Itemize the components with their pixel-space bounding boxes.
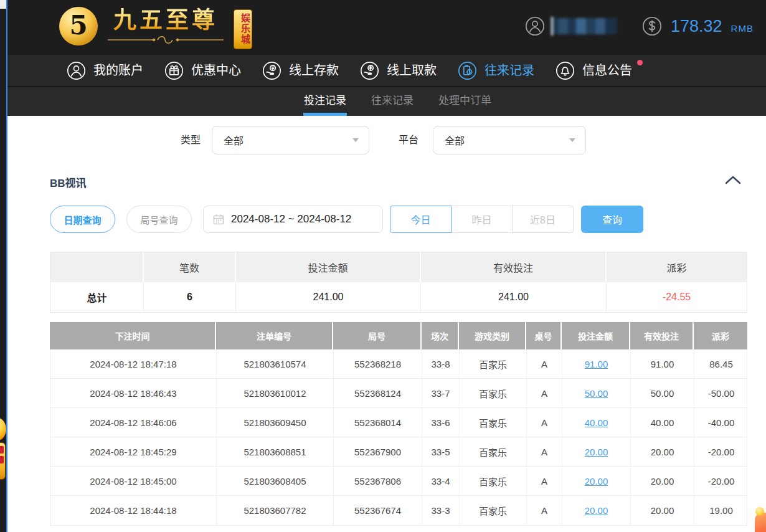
table-cell: 521803607782 xyxy=(217,496,334,525)
quick-range-group: 今日 昨日 近8日 xyxy=(390,206,574,233)
nav-item-label: 线上存款 xyxy=(289,61,339,80)
collapse-section-button[interactable] xyxy=(725,176,741,184)
nav-item-user[interactable]: 我的账户 xyxy=(67,61,143,80)
records-icon xyxy=(458,61,477,80)
tab-item-0[interactable]: 投注记录 xyxy=(303,87,347,116)
table-header-cell: 游戏类别 xyxy=(459,322,526,349)
background-window-strip xyxy=(0,0,6,532)
site-logo[interactable]: 5 九五至尊 娱乐城 xyxy=(59,6,252,49)
balance[interactable]: 178.32 RMB xyxy=(642,16,754,37)
table-cell: -40.00 xyxy=(694,408,748,437)
nav-item-label: 优惠中心 xyxy=(191,61,241,80)
bet-amount-link[interactable]: 50.00 xyxy=(585,388,608,399)
tab-item-2[interactable]: 处理中订单 xyxy=(438,87,492,116)
table-cell: 33-3 xyxy=(422,496,460,525)
table-row: 2024-08-12 18:46:43521803610012552368124… xyxy=(50,379,747,408)
nav-item-label: 往来记录 xyxy=(485,61,534,80)
gift-icon xyxy=(164,61,184,80)
table-cell: 2024-08-12 18:46:06 xyxy=(50,408,217,437)
bet-amount-cell: 20.00 xyxy=(562,467,631,495)
table-cell: A xyxy=(527,408,562,437)
table-header-cell: 局号 xyxy=(333,322,422,349)
table-cell: 552368014 xyxy=(334,408,422,437)
section-title: BB视讯 xyxy=(50,174,87,190)
nav-item-label: 线上取款 xyxy=(387,61,437,80)
bet-amount-cell: 20.00 xyxy=(562,496,631,525)
nav-item-withdraw[interactable]: 线上取款 xyxy=(360,61,437,80)
table-row: 2024-08-12 18:45:00521803608405552367806… xyxy=(50,467,747,496)
bet-records-table: 下注时间注单编号局号场次游戏类别桌号投注金额有效投注派彩 2024-08-12 … xyxy=(50,322,747,526)
table-cell: A xyxy=(527,437,562,466)
type-filter-label: 类型 xyxy=(181,126,201,154)
bet-amount-link[interactable]: 40.00 xyxy=(585,417,608,428)
bet-amount-link[interactable]: 20.00 xyxy=(585,447,608,457)
table-cell: 521803608851 xyxy=(217,437,334,466)
date-query-button[interactable]: 日期查询 xyxy=(50,206,115,233)
platform-filter-select[interactable]: 全部 xyxy=(433,126,586,154)
table-row: 2024-08-12 18:46:06521803609450552368014… xyxy=(50,408,747,437)
summary-header-cell: 有效投注 xyxy=(421,252,607,282)
recent-8-days-button[interactable]: 近8日 xyxy=(512,206,574,233)
coin-icon xyxy=(642,16,662,36)
table-cell: 33-5 xyxy=(422,437,460,466)
table-cell: 91.00 xyxy=(631,349,694,378)
yesterday-button[interactable]: 昨日 xyxy=(451,206,513,233)
table-cell: 百家乐 xyxy=(460,467,527,495)
tab-item-1[interactable]: 往来记录 xyxy=(371,87,414,116)
bet-amount-link[interactable]: 91.00 xyxy=(585,359,608,369)
bell-icon xyxy=(556,61,575,80)
table-cell: 百家乐 xyxy=(460,437,527,466)
bet-amount-link[interactable]: 20.00 xyxy=(585,505,608,516)
table-cell: 20.00 xyxy=(631,437,694,466)
type-filter-select[interactable]: 全部 xyxy=(212,126,369,154)
table-cell: 40.00 xyxy=(631,408,694,437)
sub-nav: 投注记录 往来记录 处理中订单 xyxy=(7,87,766,116)
round-query-button[interactable]: 局号查询 xyxy=(126,206,192,233)
nav-item-records[interactable]: 往来记录 xyxy=(458,61,534,80)
table-cell: 2024-08-12 18:45:29 xyxy=(50,437,217,466)
user-account[interactable] xyxy=(525,16,617,36)
table-header-cell: 投注金额 xyxy=(562,322,630,349)
table-header-cell: 桌号 xyxy=(526,322,562,349)
nav-item-label: 信息公告 xyxy=(582,61,632,80)
table-cell: 百家乐 xyxy=(460,496,527,525)
summary-table: 笔数投注金额有效投注派彩 总计6241.00241.00-24.55 xyxy=(50,252,747,313)
floating-promo-badge[interactable] xyxy=(0,442,6,480)
table-cell: 33-8 xyxy=(422,349,460,378)
floating-service-button[interactable] xyxy=(755,513,766,532)
table-cell: 20.00 xyxy=(631,496,694,525)
table-cell: 33-6 xyxy=(422,408,460,437)
site-header: 5 九五至尊 娱乐城 178.32 xyxy=(7,0,766,55)
date-range-input[interactable]: 2024-08-12 ~ 2024-08-12 xyxy=(203,206,383,233)
table-cell: A xyxy=(527,379,562,407)
background-window-fragment xyxy=(0,0,6,9)
table-cell: 552367900 xyxy=(334,437,422,466)
nav-item-deposit[interactable]: 线上存款 xyxy=(262,61,339,80)
table-header-row: 下注时间注单编号局号场次游戏类别桌号投注金额有效投注派彩 xyxy=(50,322,747,349)
brand-title: 九五至尊 xyxy=(113,6,218,36)
table-cell: 2024-08-12 18:45:00 xyxy=(50,467,217,495)
logo-monogram: 5 xyxy=(59,7,98,45)
user-avatar-icon xyxy=(525,16,545,36)
table-cell: -20.00 xyxy=(694,467,748,495)
table-row: 2024-08-12 18:44:18521803607782552367674… xyxy=(50,496,747,525)
nav-item-bell[interactable]: 信息公告 xyxy=(556,61,643,80)
summary-bet-amount: 241.00 xyxy=(236,282,421,312)
notification-dot xyxy=(637,60,643,65)
table-row: 2024-08-12 18:45:29521803608851552367900… xyxy=(50,437,747,467)
nav-item-gift[interactable]: 优惠中心 xyxy=(164,61,241,80)
table-cell: 521803609450 xyxy=(217,408,334,437)
table-cell: 2024-08-12 18:44:18 xyxy=(50,496,217,525)
bet-amount-cell: 91.00 xyxy=(562,349,631,378)
summary-header-cell: 派彩 xyxy=(607,252,747,282)
date-range-value: 2024-08-12 ~ 2024-08-12 xyxy=(231,213,351,226)
search-button[interactable]: 查询 xyxy=(581,206,643,233)
withdraw-icon xyxy=(360,61,379,80)
floating-promo-icon[interactable] xyxy=(0,417,6,441)
type-filter-value: 全部 xyxy=(224,133,352,148)
today-button[interactable]: 今日 xyxy=(390,206,452,233)
table-cell: -50.00 xyxy=(694,379,748,407)
summary-header-cell xyxy=(50,252,144,282)
platform-filter-value: 全部 xyxy=(445,133,569,148)
bet-amount-link[interactable]: 20.00 xyxy=(585,476,608,487)
